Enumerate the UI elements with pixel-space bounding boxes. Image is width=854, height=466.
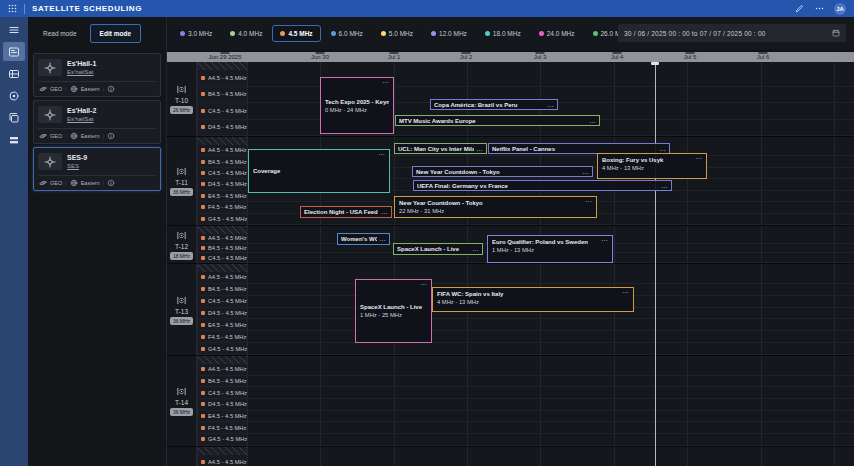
event-menu-icon[interactable]: … bbox=[547, 103, 554, 107]
event-menu-icon[interactable]: … bbox=[379, 237, 386, 241]
event-frequency-range: 1 MHz - 13 MHz bbox=[492, 247, 608, 253]
event-menu-icon[interactable]: … bbox=[585, 198, 592, 202]
event-menu-icon[interactable]: … bbox=[661, 184, 668, 188]
satellite-card[interactable]: Es'Hail-2Es'hailSatGEO|Eastern| bbox=[33, 100, 161, 144]
rail-item-schedule[interactable] bbox=[3, 42, 25, 61]
day-label: Jul 2 bbox=[460, 54, 473, 60]
event-menu-icon[interactable]: … bbox=[622, 289, 629, 293]
event-block[interactable]: SpaceX Launch - Live1 MHz - 25 MHz… bbox=[355, 279, 432, 343]
frequency-filter-list: 3.0 MHz4.0 MHz4.5 MHz6.0 MHz5.0 MHz12.0 … bbox=[172, 17, 638, 50]
region-label: Eastern bbox=[81, 180, 100, 186]
event-block[interactable]: New Year Countdown - Tokyo22 MHz - 31 MH… bbox=[394, 196, 597, 218]
frequency-dot bbox=[593, 31, 598, 36]
top-bar: SATELLITE SCHEDULING JA bbox=[0, 0, 854, 17]
event-menu-icon[interactable]: … bbox=[695, 155, 702, 159]
orbit-icon bbox=[39, 179, 47, 187]
frequency-filter-chip[interactable]: 4.5 MHz bbox=[272, 25, 320, 42]
frequency-filter-chip[interactable]: 3.0 MHz bbox=[172, 25, 220, 42]
read-mode-button[interactable]: Read mode bbox=[33, 24, 87, 43]
info-icon[interactable] bbox=[107, 85, 115, 93]
satellite-operator[interactable]: Es'hailSat bbox=[67, 68, 96, 76]
frequency-filter-chip[interactable]: 6.0 MHz bbox=[323, 25, 371, 42]
event-bar[interactable]: New Year Countdown - Tokyo… bbox=[412, 166, 593, 177]
globe-icon bbox=[70, 179, 78, 187]
event-block[interactable]: Coverage… bbox=[248, 149, 390, 193]
day-label: Jun 30 bbox=[311, 54, 329, 60]
frequency-filter-chip[interactable]: 4.0 MHz bbox=[222, 25, 270, 42]
date-range-picker[interactable]: 30 / 06 / 2025 00 : 00 to 07 / 07 / 2025… bbox=[618, 24, 846, 42]
event-menu-icon[interactable]: … bbox=[589, 119, 596, 123]
satellite-card[interactable]: SES-9SESGEO|Eastern| bbox=[33, 147, 161, 191]
rail-item-menu[interactable] bbox=[3, 20, 25, 39]
event-menu-icon[interactable]: … bbox=[476, 147, 483, 151]
rail-item-table[interactable] bbox=[3, 64, 25, 83]
frequency-label: 12.0 MHz bbox=[439, 30, 467, 37]
frequency-filter-chip[interactable]: 12.0 MHz bbox=[423, 25, 475, 42]
orbit-icon bbox=[39, 132, 47, 140]
event-block[interactable]: Tech Expo 2025 - Keyno...0 MHz - 24 MHz… bbox=[320, 77, 394, 134]
day-label: Jul 5 bbox=[684, 54, 697, 60]
page-title: SATELLITE SCHEDULING bbox=[32, 4, 142, 13]
event-title: Copa América: Brazil vs Peru bbox=[434, 102, 545, 108]
day-label: Jul 6 bbox=[757, 54, 770, 60]
event-menu-icon[interactable]: … bbox=[378, 151, 385, 155]
orbit-label: GEO bbox=[50, 133, 62, 139]
event-title: New Year Countdown - Tokyo bbox=[416, 169, 580, 175]
event-bar[interactable]: UEFA Final: Germany vs France… bbox=[413, 180, 672, 191]
event-bar[interactable]: MTV Music Awards Europe… bbox=[395, 115, 600, 126]
event-bar[interactable]: SpaceX Launch - Live… bbox=[393, 243, 483, 255]
event-block[interactable]: Euro Qualifier: Poland vs Sweden1 MHz - … bbox=[487, 235, 613, 263]
more-options-icon[interactable] bbox=[815, 4, 824, 13]
satellite-icon bbox=[38, 106, 62, 123]
event-frequency-range: 4 MHz - 13 MHz bbox=[437, 299, 629, 305]
copy-icon bbox=[8, 112, 20, 124]
app-grid-icon[interactable] bbox=[8, 4, 17, 13]
event-block[interactable]: Boxing: Fury vs Usyk4 MHz - 13 MHz… bbox=[597, 153, 707, 179]
rail-item-copy[interactable] bbox=[3, 108, 25, 127]
event-menu-icon[interactable]: … bbox=[382, 79, 389, 83]
event-title: Tech Expo 2025 - Keyno... bbox=[325, 99, 389, 105]
event-frequency-range: 4 MHz - 13 MHz bbox=[602, 165, 702, 171]
mode-switch: Read mode Edit mode bbox=[28, 17, 166, 50]
schedule-icon bbox=[8, 46, 20, 58]
rail-item-rows[interactable] bbox=[3, 130, 25, 149]
satellite-operator[interactable]: Es'hailSat bbox=[67, 115, 96, 123]
frequency-label: 6.0 MHz bbox=[339, 30, 363, 37]
event-block[interactable]: FIFA WC: Spain vs Italy4 MHz - 13 MHz… bbox=[432, 287, 634, 312]
event-bar[interactable]: UCL: Man City vs Inter Milan… bbox=[394, 143, 487, 154]
event-menu-icon[interactable]: … bbox=[659, 147, 666, 151]
info-icon[interactable] bbox=[107, 132, 115, 140]
event-menu-icon[interactable]: … bbox=[601, 237, 608, 241]
event-title: New Year Countdown - Tokyo bbox=[399, 200, 592, 206]
frequency-filter-chip[interactable]: 18.0 MHz bbox=[477, 25, 529, 42]
event-menu-icon[interactable]: … bbox=[381, 210, 388, 214]
calendar-icon[interactable] bbox=[832, 29, 840, 37]
event-menu-icon[interactable]: … bbox=[420, 281, 427, 285]
frequency-dot bbox=[381, 31, 386, 36]
avatar[interactable]: JA bbox=[834, 3, 846, 15]
edit-mode-button[interactable]: Edit mode bbox=[90, 24, 141, 43]
event-menu-icon[interactable]: … bbox=[472, 247, 479, 251]
menu-icon bbox=[8, 24, 20, 36]
satellite-panel: Read mode Edit mode Es'Hail-1Es'hailSatG… bbox=[28, 17, 167, 466]
rail-item-target[interactable] bbox=[3, 86, 25, 105]
satellite-operator[interactable]: SES bbox=[67, 162, 87, 170]
event-bar[interactable]: Copa América: Brazil vs Peru… bbox=[430, 99, 558, 110]
satellite-card[interactable]: Es'Hail-1Es'hailSatGEO|Eastern| bbox=[33, 53, 161, 97]
info-icon[interactable] bbox=[107, 179, 115, 187]
frequency-label: 4.0 MHz bbox=[238, 30, 262, 37]
event-bar[interactable]: Election Night - USA Feed… bbox=[300, 206, 392, 218]
timeline-chart: T-1026 MHzA4.5 - 4.5 MHzB4.5 - 4.5 MHzC4… bbox=[167, 62, 854, 466]
event-bar[interactable]: Women's WC: C...… bbox=[337, 233, 390, 245]
event-menu-icon[interactable]: … bbox=[582, 170, 589, 174]
timeline-date-header[interactable]: Jun 29 2025Jun 30Jul 1Jul 2Jul 3Jul 4Jul… bbox=[167, 52, 854, 62]
satellite-name: SES-9 bbox=[67, 154, 87, 162]
frequency-dot bbox=[485, 31, 490, 36]
edit-pencil-icon[interactable] bbox=[795, 4, 804, 13]
region-label: Eastern bbox=[81, 133, 100, 139]
satellite-name: Es'Hail-1 bbox=[67, 60, 96, 68]
frequency-filter-chip[interactable]: 24.0 MHz bbox=[531, 25, 583, 42]
event-title: Boxing: Fury vs Usyk bbox=[602, 157, 702, 163]
globe-icon bbox=[70, 132, 78, 140]
frequency-filter-chip[interactable]: 5.0 MHz bbox=[373, 25, 421, 42]
